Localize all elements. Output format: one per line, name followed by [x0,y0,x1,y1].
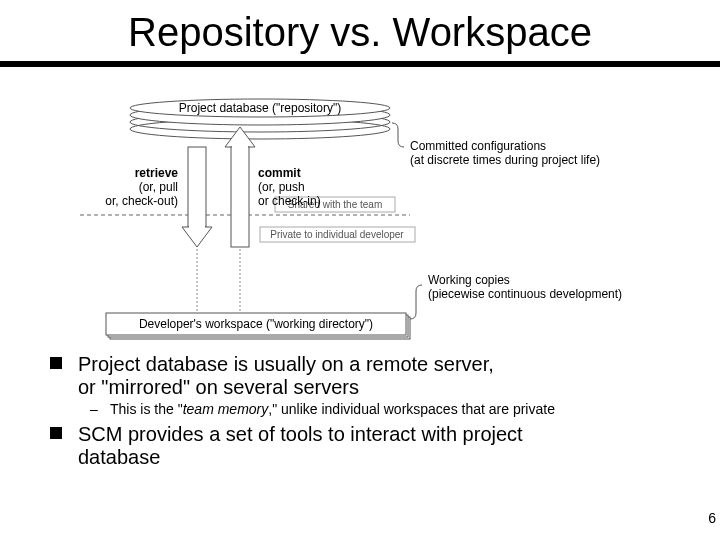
workspace-label: Developer's workspace ("working director… [139,317,373,331]
bullet-1: Project database is usually on a remote … [50,353,690,399]
svg-marker-8 [182,227,212,247]
repo-label: Project database ("repository") [179,101,342,115]
commit-sub1: (or, push [258,180,305,194]
caption2-l2: (piecewise continuous development) [428,287,622,301]
svg-rect-7 [188,147,206,227]
b1-l1: Project database is usually on a remote … [78,353,494,375]
caption1-l2: (at discrete times during project life) [410,153,600,167]
commit-label: commit [258,166,301,180]
diagram-area: Project database ("repository") Shared w… [0,67,720,347]
b1-l2: or "mirrored" on several servers [78,376,359,398]
brace-bottom [410,285,422,319]
caption1-l1: Committed configurations [410,139,546,153]
b1s-em: team memory [183,401,269,417]
commit-sub2: or check-in) [258,194,321,208]
commit-arrow [225,127,255,247]
caption-committed: Committed configurations (at discrete ti… [410,139,600,167]
svg-rect-11 [231,147,249,247]
bullet-1-sub: This is the "team memory," unlike indivi… [50,401,690,417]
page-number: 6 [708,510,716,526]
b2-l1: SCM provides a set of tools to interact … [78,423,523,445]
caption-working: Working copies (piecewise continuous dev… [428,273,622,301]
private-label: Private to individual developer [270,229,404,240]
b1s-post: ," unlike individual workspaces that are… [268,401,555,417]
retrieve-sub1: (or, pull [139,180,178,194]
retrieve-label: retrieve [135,166,179,180]
bullet-2: SCM provides a set of tools to interact … [50,423,690,469]
caption2-l1: Working copies [428,273,510,287]
svg-marker-10 [225,127,255,147]
workspace-box: Developer's workspace ("working director… [106,313,410,339]
slide: Repository vs. Workspace Project databas… [0,0,720,540]
body-text: Project database is usually on a remote … [0,353,720,469]
arrow-labels: retrieve (or, pull or, check-out) commit… [105,166,320,208]
b2-l2: database [78,446,160,468]
brace-top [392,123,404,147]
retrieve-sub2: or, check-out) [105,194,178,208]
b1s-pre: This is the " [110,401,183,417]
retrieve-arrow [182,147,212,247]
page-title: Repository vs. Workspace [0,0,720,61]
diagram-svg: Project database ("repository") Shared w… [0,67,720,347]
